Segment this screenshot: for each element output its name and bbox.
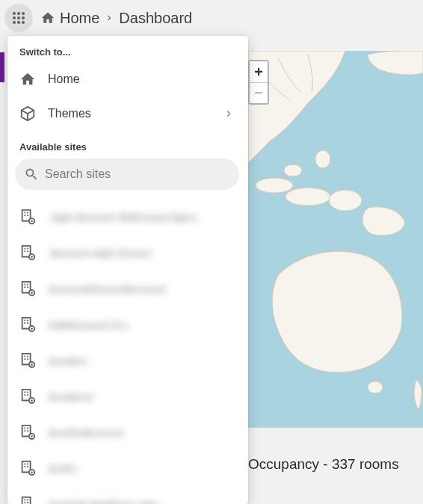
svg-point-64 (256, 178, 293, 193)
svg-rect-28 (27, 320, 28, 322)
search-box[interactable] (15, 159, 239, 190)
building-pin-icon (19, 316, 36, 333)
search-icon (24, 167, 39, 182)
svg-point-14 (31, 220, 33, 222)
site-label: Anotbro (48, 354, 87, 367)
breadcrumb-page[interactable]: Dashboard (119, 10, 192, 27)
site-label: AddNocand Dru (48, 319, 128, 331)
zoom-in-button[interactable]: + (250, 61, 268, 82)
svg-rect-51 (24, 464, 25, 465)
home-icon (19, 71, 36, 87)
svg-point-69 (368, 381, 383, 393)
svg-rect-58 (27, 500, 28, 501)
chevron-right-icon (223, 108, 235, 120)
svg-point-67 (284, 165, 302, 176)
svg-rect-36 (27, 358, 28, 360)
site-item[interactable]: Anotbro (7, 342, 247, 378)
available-sites-label: Available sites (7, 131, 247, 157)
svg-rect-21 (24, 284, 25, 286)
dropdown-scroll[interactable]: Switch to... Home Themes Available sites (7, 36, 248, 504)
site-label: .Borrech Alph Rosort (48, 247, 151, 259)
site-item[interactable]: .Alph Borrech BMGosed Bjerv. (7, 199, 247, 235)
site-item[interactable]: AccountRecomBervoort (7, 271, 247, 307)
svg-rect-42 (27, 394, 28, 396)
building-pin-icon (19, 388, 36, 405)
svg-rect-15 (24, 248, 25, 250)
svg-rect-16 (27, 248, 28, 250)
site-label: Anoteld Meililions Hee (48, 498, 158, 505)
menu-item-label: Home (48, 73, 235, 86)
svg-rect-45 (24, 428, 25, 429)
site-list: .Alph Borrech BMGosed Bjerv. .Borrech Al… (7, 197, 247, 504)
switcher-dropdown: Switch to... Home Themes Available sites (7, 36, 248, 504)
svg-point-8 (22, 21, 25, 24)
svg-rect-53 (24, 466, 25, 467)
building-pin-icon (19, 496, 36, 504)
search-container (7, 157, 247, 197)
svg-point-6 (13, 21, 16, 24)
svg-point-38 (31, 363, 33, 366)
svg-rect-48 (27, 430, 28, 431)
site-item[interactable]: AnothoBorrourt (7, 414, 247, 450)
svg-rect-24 (27, 286, 28, 288)
site-label: .Alph Borrech BMGosed Bjerv. (48, 211, 200, 224)
building-pin-icon (19, 460, 36, 476)
svg-point-5 (22, 16, 25, 19)
site-item[interactable]: Anifm. (7, 450, 247, 486)
svg-rect-22 (27, 284, 28, 286)
svg-rect-57 (24, 500, 25, 501)
svg-rect-46 (27, 428, 28, 429)
svg-rect-33 (24, 356, 25, 357)
site-label: Anotbro2 (48, 390, 93, 403)
site-label: Anifm. (48, 462, 80, 475)
site-label: AccountRecomBervoort (48, 283, 166, 295)
svg-rect-18 (27, 251, 28, 252)
building-pin-icon (19, 280, 36, 297)
occupancy-heading: Occupancy - 337 rooms (248, 456, 399, 473)
svg-rect-59 (24, 502, 25, 503)
site-label: AnothoBorrourt (48, 426, 124, 439)
svg-point-50 (31, 435, 33, 437)
svg-rect-29 (24, 322, 25, 324)
menu-item-label: Themes (48, 107, 211, 120)
svg-rect-60 (27, 502, 28, 503)
svg-rect-30 (27, 322, 28, 324)
svg-rect-40 (27, 392, 28, 393)
site-item[interactable]: Anotbro2 (7, 378, 247, 414)
site-item[interactable]: AddNocand Dru (7, 307, 247, 342)
svg-point-2 (22, 12, 25, 15)
svg-rect-41 (24, 394, 25, 396)
site-item[interactable]: Anoteld Meililions Hee (7, 486, 247, 504)
svg-rect-17 (24, 251, 25, 252)
svg-point-32 (31, 328, 33, 330)
svg-point-1 (17, 12, 20, 15)
apps-grid-icon (12, 11, 25, 25)
menu-item-themes[interactable]: Themes (7, 96, 247, 131)
svg-point-68 (315, 150, 330, 168)
svg-point-4 (17, 16, 20, 19)
menu-item-home[interactable]: Home (7, 62, 247, 96)
top-header: Home Dashboard (0, 0, 423, 36)
breadcrumb-home[interactable]: Home (60, 10, 99, 27)
zoom-out-button[interactable]: − (250, 82, 268, 103)
building-pin-icon (19, 209, 36, 225)
svg-point-44 (31, 399, 33, 402)
site-item[interactable]: .Borrech Alph Rosort (7, 235, 247, 271)
svg-point-7 (17, 21, 20, 24)
svg-rect-12 (27, 215, 28, 216)
svg-point-3 (13, 16, 16, 19)
svg-rect-23 (24, 286, 25, 288)
svg-rect-52 (27, 464, 28, 465)
breadcrumb: Home Dashboard (40, 10, 192, 27)
search-input[interactable] (45, 168, 230, 181)
svg-point-0 (13, 12, 16, 15)
building-pin-icon (19, 245, 36, 261)
cube-icon (19, 105, 36, 122)
svg-rect-11 (24, 215, 25, 216)
svg-rect-39 (24, 392, 25, 393)
svg-point-65 (285, 188, 330, 206)
svg-rect-54 (27, 466, 28, 467)
building-pin-icon (19, 424, 36, 440)
apps-menu-button[interactable] (4, 4, 33, 32)
map-panel[interactable]: + − (248, 51, 423, 428)
